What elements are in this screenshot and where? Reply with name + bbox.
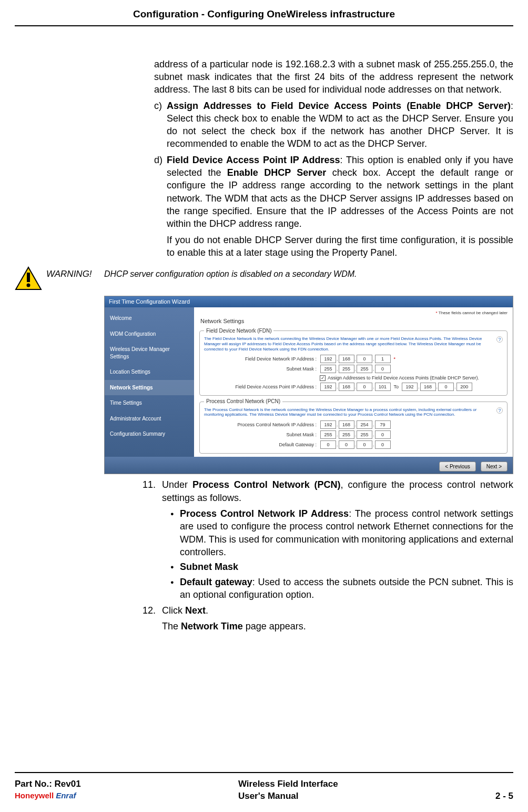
footer-title-1: Wireless Field Interface [238,778,338,790]
ip-segment[interactable]: 0 [357,383,372,391]
ip-segment[interactable]: 0 [357,355,372,363]
ip-segment[interactable]: 0 [375,440,391,449]
wizard-footer: < Previous Next > [105,457,513,474]
step11-a: Under [162,479,192,490]
list-item-c: c) Assign Addresses to Field Device Acce… [154,99,513,151]
ip-segment[interactable]: 192 [320,420,336,429]
ip-segment[interactable]: 255 [357,365,372,373]
ip-segment[interactable]: 0 [375,430,391,439]
wizard-nav-item[interactable]: Configuration Summary [105,426,194,442]
pcn-legend: Process Control Network (PCN) [204,398,282,405]
wizard-titlebar: First Time Configuration Wizard [105,296,513,307]
svg-rect-1 [27,273,30,282]
ip-segment[interactable]: 192 [320,355,336,363]
ip-segment[interactable]: 200 [456,383,472,391]
wizard-nav-item[interactable]: Wireless Device Manager Settings [105,342,194,364]
wizard-nav: WelcomeWDM ConfigurationWireless Device … [105,307,194,457]
brand-logo: Honeywell Enraf [15,790,81,801]
ip-segment[interactable]: 0 [320,440,336,449]
ip-segment[interactable]: 255 [339,430,354,439]
ip-segment[interactable]: 255 [339,365,354,373]
warning-text: DHCP server configuration option is disa… [104,266,513,280]
page-content: address of a particular node is 192.168.… [0,26,528,633]
ip-segment[interactable]: 192 [402,383,418,391]
step-12: 12. Click Next. The Network Time page ap… [141,604,513,633]
pcn-gw-label: Default Gateway : [204,442,320,448]
ip-segment[interactable]: 168 [339,355,354,363]
item-c-title: Assign Addresses to Field Device Access … [167,101,511,111]
list-item-d: d) Field Device Access Point IP Address:… [154,154,513,259]
ip-segment[interactable]: 254 [357,420,372,429]
ip-segment[interactable]: 168 [420,383,436,391]
logo-enraf: Enraf [56,790,76,801]
pcn-mask-label: Subnet Mask : [204,432,320,438]
svg-point-2 [27,284,31,287]
item-d-title: Field Device Access Point IP Address [167,155,340,165]
panel-title: Network Settings [200,317,507,325]
ip-segment[interactable]: 0 [339,440,354,449]
warning-block: WARNING! DHCP server configuration optio… [15,266,513,294]
previous-button[interactable]: < Previous [439,462,476,472]
ip-segment[interactable]: 192 [320,383,336,391]
wizard-nav-item[interactable]: Administrator Account [105,411,194,427]
fdn-range-label: Field Device Access Point IP Address : [204,384,320,390]
wizard-nav-item[interactable]: Welcome [105,310,194,326]
ip-segment[interactable]: 101 [375,383,391,391]
pcn-ip-label: Process Control Network IP Address : [204,422,320,428]
required-note: These fields cannot be changed later [439,310,507,315]
bullet-title: Subnet Mask [180,562,238,572]
list-marker: d) [154,154,167,259]
wizard-screenshot: First Time Configuration Wizard WelcomeW… [104,296,513,474]
ip-segment[interactable]: 79 [375,420,391,429]
fdn-mask-label: Subnet Mask : [204,366,320,372]
bullet-item: Default gateway: Used to access the subn… [170,576,513,602]
page-header: Configuration - Configuring OneWireless … [15,0,513,26]
list-marker: c) [154,99,167,151]
wizard-nav-item[interactable]: Time Settings [105,395,194,411]
logo-honeywell: Honeywell [15,790,54,801]
pcn-desc: The Process Control Network is the netwo… [204,407,503,417]
page-number: 2 - 5 [495,790,513,803]
part-number: Part No.: Rev01 [15,778,81,790]
step12-c: . [206,605,208,616]
bullet-title: Default gateway [180,577,252,587]
next-button[interactable]: Next > [481,462,507,472]
item-d-bold2: Enable DHCP Server [227,167,326,178]
step-number: 12. [141,604,162,633]
footer-title-2: User's Manual [238,790,338,803]
step12-sub-a: The [162,621,181,631]
wizard-main: * These fields cannot be changed later N… [194,307,513,457]
ip-segment[interactable]: 255 [357,430,372,439]
step-number: 11. [141,478,162,601]
ip-segment[interactable]: 168 [339,383,354,391]
step11-b: Process Control Network (PCN) [192,479,341,490]
ip-segment[interactable]: 1 [375,355,391,363]
bullet-dot [170,576,180,602]
bullet-title: Process Control Network IP Address [180,508,349,519]
ip-segment[interactable]: 0 [375,365,391,373]
fdn-legend: Field Device Network (FDN) [204,327,273,335]
item-d-subpara: If you do not enable DHCP Server during … [167,234,513,259]
wizard-nav-item[interactable]: Location Settings [105,364,194,380]
step-11: 11. Under Process Control Network (PCN),… [141,478,513,601]
fdn-ip-label: Field Device Network IP Address : [204,356,320,362]
page-footer: Part No.: Rev01 Honeywell Enraf Wireless… [15,772,513,803]
warning-label: WARNING! [46,266,104,280]
dhcp-checkbox[interactable]: ✓ [320,375,326,381]
bullet-item: Subnet Mask [170,560,513,573]
fdn-desc: The Field Device Network is the network … [204,336,503,352]
ip-segment[interactable]: 168 [339,420,354,429]
bullet-dot [170,560,180,573]
help-icon[interactable]: ? [496,407,503,414]
intro-paragraph: address of a particular node is 192.168.… [154,58,513,96]
ip-segment[interactable]: 0 [438,383,454,391]
pcn-fieldset: Process Control Network (PCN) ? The Proc… [199,398,507,454]
ip-segment[interactable]: 0 [357,440,372,449]
warning-icon [15,266,46,294]
fdn-fieldset: Field Device Network (FDN) ? The Field D… [199,327,507,396]
ip-segment[interactable]: 255 [320,430,336,439]
wizard-nav-item[interactable]: WDM Configuration [105,326,194,342]
ip-segment[interactable]: 255 [320,365,336,373]
step12-sub-b: Network Time [181,621,243,631]
wizard-nav-item[interactable]: Network Settings [105,380,194,396]
